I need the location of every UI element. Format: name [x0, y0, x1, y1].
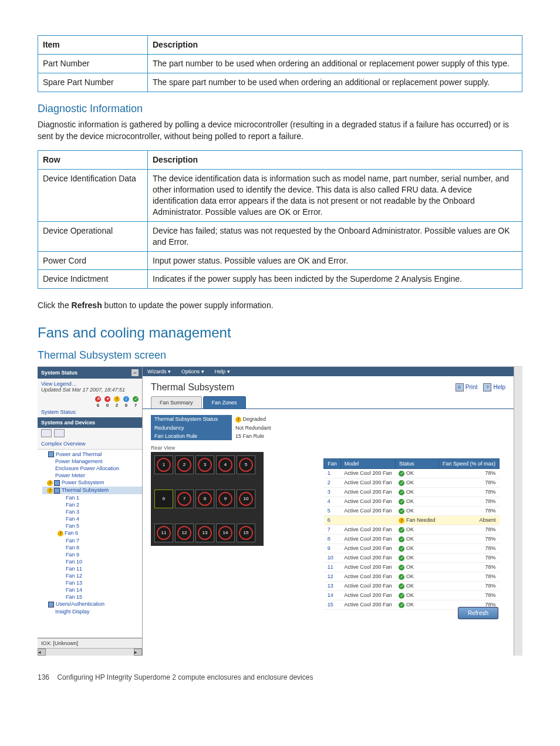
- th-desc2: Description: [148, 151, 522, 170]
- fan-link[interactable]: 11: [324, 562, 341, 572]
- rear-view-diagram: 123456789101112131415: [151, 452, 264, 546]
- tree-item[interactable]: Fan 6: [65, 530, 78, 536]
- tree-item[interactable]: Fan 11: [66, 566, 82, 572]
- system-status-label: System Status:: [41, 409, 139, 415]
- fan-slot: 12: [175, 524, 194, 542]
- fan-slot: 13: [195, 524, 214, 542]
- updated-timestamp: Updated Sat Mar 17 2007, 18:47:51: [41, 387, 139, 393]
- menu-item[interactable]: Wizards ▾: [147, 369, 171, 374]
- fan-link[interactable]: 2: [324, 478, 341, 487]
- heading-thermal-screen: Thermal Subsystem screen: [38, 349, 522, 362]
- tree-item[interactable]: Fan 13: [66, 580, 82, 586]
- thermal-summary-table: Thermal Subsystem Status! DegradedRedund…: [151, 415, 278, 440]
- fan-slot: 14: [216, 524, 235, 542]
- screenshot-thermal-subsystem: System Status – View Legend… Updated Sat…: [38, 366, 522, 656]
- fan-slot: 1: [154, 455, 173, 474]
- refresh-instruction: Click the Refresh button to update the p…: [38, 299, 522, 311]
- fan-slot: 2: [175, 455, 194, 474]
- tree-item[interactable]: Thermal Subsystem: [62, 487, 109, 493]
- fan-link[interactable]: 10: [324, 553, 341, 562]
- tree-item[interactable]: Fan 10: [66, 559, 82, 565]
- fan-link[interactable]: 8: [324, 534, 341, 544]
- fan-slot: 10: [237, 490, 255, 508]
- complex-overview-link[interactable]: Complex Overview: [38, 438, 142, 449]
- tree-item[interactable]: Fan 9: [66, 552, 79, 558]
- tree-item[interactable]: Fan 3: [66, 509, 79, 515]
- fan-link[interactable]: 6: [324, 515, 341, 525]
- tree-item[interactable]: Power Management: [55, 458, 103, 464]
- heading-diagnostic-info: Diagnostic Information: [38, 103, 522, 115]
- menu-item[interactable]: Help ▾: [215, 369, 230, 374]
- tree-item[interactable]: Fan 5: [66, 523, 79, 529]
- fan-link[interactable]: 4: [324, 497, 341, 506]
- page-number: 136: [38, 673, 49, 681]
- fan-link[interactable]: 1: [324, 468, 341, 478]
- print-icon: ⎙: [456, 383, 464, 391]
- fan-link[interactable]: 3: [324, 487, 341, 497]
- scrollbar-vertical[interactable]: [514, 367, 522, 656]
- th-row: Row: [38, 151, 148, 170]
- help-button[interactable]: ?Help: [483, 383, 505, 391]
- menu-bar[interactable]: Wizards ▾Options ▾Help ▾: [143, 367, 514, 376]
- fan-slot: 7: [175, 490, 194, 508]
- device-tree[interactable]: Power and ThermalPower ManagementEnclosu…: [38, 449, 142, 638]
- tree-item[interactable]: Insight Display: [55, 609, 90, 615]
- tab[interactable]: Fan Zones: [203, 396, 246, 409]
- th-desc: Description: [148, 36, 522, 55]
- scrollbar-horizontal[interactable]: ◂▸: [38, 648, 142, 656]
- iox-label: IOX: [Unknown]: [38, 638, 142, 648]
- view-legend-link[interactable]: View Legend…: [41, 381, 139, 387]
- rear-view-label: Rear View: [151, 445, 505, 451]
- fan-slot: 9: [216, 490, 235, 508]
- heading-fans-cooling: Fans and cooling management: [38, 325, 522, 341]
- collapse-icon[interactable]: –: [131, 369, 139, 376]
- footer-text: Configuring HP Integrity Superdome 2 com…: [57, 673, 313, 681]
- tree-item[interactable]: Power and Thermal: [56, 451, 102, 457]
- panel-systems-devices-header: Systems and Devices: [38, 417, 142, 428]
- print-button[interactable]: ⎙Print: [456, 383, 478, 391]
- fan-link[interactable]: 7: [324, 525, 341, 534]
- tree-item[interactable]: Power Subsystem: [62, 480, 104, 485]
- tree-item[interactable]: Power Meter: [55, 472, 85, 478]
- fan-link[interactable]: 13: [324, 581, 341, 590]
- para-diagnostic-info: Diagnostic information is gathered by po…: [38, 119, 522, 143]
- collapse-button[interactable]: [54, 429, 65, 437]
- tree-item[interactable]: Fan 14: [66, 587, 82, 593]
- fan-slot: 6: [154, 490, 173, 508]
- fan-slot: 4: [216, 455, 235, 474]
- tree-item[interactable]: Fan 8: [66, 545, 79, 551]
- table-row: Power Cord: [38, 251, 148, 270]
- expand-button[interactable]: [41, 429, 52, 437]
- info-icon: i: [123, 396, 129, 402]
- tree-item[interactable]: Fan 2: [66, 502, 79, 508]
- fan-slot: 11: [154, 524, 173, 542]
- menu-item[interactable]: Options ▾: [181, 369, 204, 374]
- ok-icon: ✓: [133, 396, 139, 402]
- critical-icon: ▾: [104, 396, 110, 402]
- status-icon-row: ✕6 ▾0 !2 i0 ✓7: [41, 396, 139, 408]
- fan-link[interactable]: 9: [324, 544, 341, 553]
- tree-item[interactable]: Fan 7: [66, 538, 79, 544]
- tree-item[interactable]: Fan 1: [66, 495, 79, 501]
- tab-row: Fan SummaryFan Zones: [143, 396, 514, 409]
- tree-item[interactable]: Users/Authentication: [56, 601, 104, 607]
- table-row: Device Operational: [38, 221, 148, 251]
- tab[interactable]: Fan Summary: [151, 396, 202, 409]
- tree-item[interactable]: Enclosure Power Allocation: [55, 465, 119, 471]
- tree-item[interactable]: Fan 15: [66, 594, 82, 600]
- tree-item[interactable]: Fan 4: [66, 516, 79, 522]
- error-icon: ✕: [95, 396, 101, 402]
- refresh-button[interactable]: Refresh: [458, 607, 498, 619]
- warn-icon: !: [114, 396, 120, 402]
- fan-link[interactable]: 14: [324, 590, 341, 600]
- table-row: Spare Part Number: [38, 73, 148, 92]
- table-row: Part Number: [38, 54, 148, 73]
- fan-link[interactable]: 15: [324, 600, 341, 609]
- fan-slot: 15: [237, 524, 255, 542]
- fan-table: FanModelStatusFan Speed (% of max) 1Acti…: [323, 458, 500, 610]
- tree-item[interactable]: Fan 12: [66, 573, 82, 579]
- th-item: Item: [38, 36, 148, 55]
- fan-link[interactable]: 5: [324, 506, 341, 515]
- panel-system-status-header: System Status –: [38, 367, 142, 379]
- fan-link[interactable]: 12: [324, 572, 341, 581]
